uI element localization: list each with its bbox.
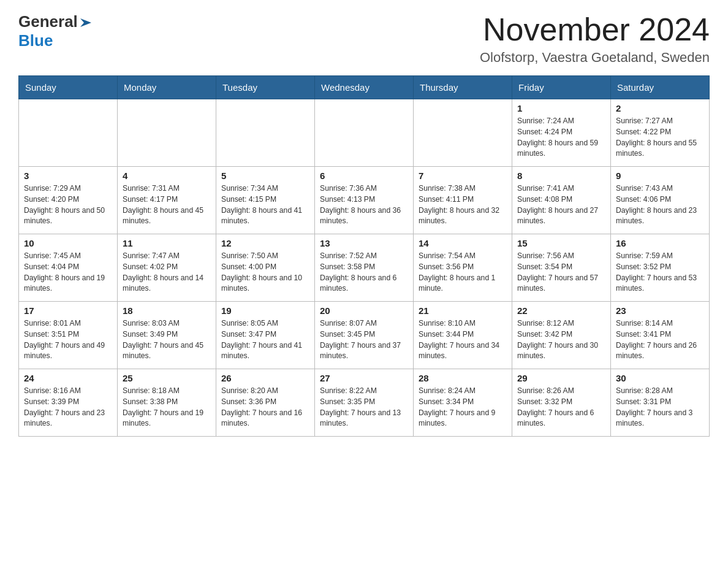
day-info: Sunrise: 7:47 AMSunset: 4:02 PMDaylight:… (123, 251, 211, 294)
day-info: Sunrise: 7:27 AMSunset: 4:22 PMDaylight:… (616, 116, 704, 159)
day-info: Sunrise: 7:41 AMSunset: 4:08 PMDaylight:… (517, 183, 605, 227)
day-number: 26 (221, 373, 309, 383)
calendar-cell (19, 99, 118, 167)
day-info: Sunrise: 7:36 AMSunset: 4:13 PMDaylight:… (320, 183, 408, 227)
day-number: 3 (24, 170, 112, 181)
calendar-cell: 1Sunrise: 7:24 AMSunset: 4:24 PMDaylight… (512, 99, 611, 167)
calendar-cell: 12Sunrise: 7:50 AMSunset: 4:00 PMDayligh… (216, 234, 315, 302)
day-number: 19 (221, 305, 309, 316)
day-info: Sunrise: 8:24 AMSunset: 3:34 PMDaylight:… (419, 386, 507, 429)
calendar-cell: 22Sunrise: 8:12 AMSunset: 3:42 PMDayligh… (512, 302, 611, 369)
day-info: Sunrise: 7:38 AMSunset: 4:11 PMDaylight:… (419, 183, 507, 227)
calendar-table: SundayMondayTuesdayWednesdayThursdayFrid… (18, 75, 710, 437)
calendar-week-row: 24Sunrise: 8:16 AMSunset: 3:39 PMDayligh… (19, 369, 710, 437)
day-number: 10 (24, 238, 112, 248)
day-number: 23 (616, 305, 704, 316)
svg-marker-0 (80, 18, 91, 27)
calendar-cell: 15Sunrise: 7:56 AMSunset: 3:54 PMDayligh… (512, 234, 611, 302)
day-of-week-header: Sunday (19, 76, 118, 99)
calendar-header: SundayMondayTuesdayWednesdayThursdayFrid… (19, 76, 710, 99)
calendar-cell: 7Sunrise: 7:38 AMSunset: 4:11 PMDaylight… (414, 167, 512, 234)
calendar-cell: 3Sunrise: 7:29 AMSunset: 4:20 PMDaylight… (19, 167, 118, 234)
calendar-cell: 20Sunrise: 8:07 AMSunset: 3:45 PMDayligh… (315, 302, 414, 369)
day-info: Sunrise: 7:31 AMSunset: 4:17 PMDaylight:… (123, 183, 211, 227)
calendar-cell: 30Sunrise: 8:28 AMSunset: 3:31 PMDayligh… (611, 369, 710, 437)
day-number: 4 (123, 170, 211, 181)
calendar-cell (216, 99, 315, 167)
calendar-cell: 9Sunrise: 7:43 AMSunset: 4:06 PMDaylight… (611, 167, 710, 234)
day-info: Sunrise: 8:26 AMSunset: 3:32 PMDaylight:… (517, 386, 605, 429)
day-info: Sunrise: 8:12 AMSunset: 3:42 PMDaylight:… (517, 318, 605, 362)
calendar-cell: 23Sunrise: 8:14 AMSunset: 3:41 PMDayligh… (611, 302, 710, 369)
day-number: 29 (517, 373, 605, 383)
calendar-cell: 27Sunrise: 8:22 AMSunset: 3:35 PMDayligh… (315, 369, 414, 437)
day-info: Sunrise: 7:50 AMSunset: 4:00 PMDaylight:… (221, 251, 309, 294)
calendar-cell (414, 99, 512, 167)
calendar-cell: 11Sunrise: 7:47 AMSunset: 4:02 PMDayligh… (118, 234, 216, 302)
calendar-cell: 8Sunrise: 7:41 AMSunset: 4:08 PMDaylight… (512, 167, 611, 234)
day-number: 8 (517, 170, 605, 181)
day-info: Sunrise: 8:16 AMSunset: 3:39 PMDaylight:… (24, 386, 112, 429)
calendar-cell: 18Sunrise: 8:03 AMSunset: 3:49 PMDayligh… (118, 302, 216, 369)
calendar-cell: 24Sunrise: 8:16 AMSunset: 3:39 PMDayligh… (19, 369, 118, 437)
page-subtitle: Olofstorp, Vaestra Goetaland, Sweden (480, 50, 710, 66)
day-of-week-header: Tuesday (216, 76, 315, 99)
day-info: Sunrise: 8:10 AMSunset: 3:44 PMDaylight:… (419, 318, 507, 362)
calendar-cell: 26Sunrise: 8:20 AMSunset: 3:36 PMDayligh… (216, 369, 315, 437)
day-number: 30 (616, 373, 704, 383)
day-number: 6 (320, 170, 408, 181)
calendar-cell: 29Sunrise: 8:26 AMSunset: 3:32 PMDayligh… (512, 369, 611, 437)
day-number: 22 (517, 305, 605, 316)
calendar-cell: 4Sunrise: 7:31 AMSunset: 4:17 PMDaylight… (118, 167, 216, 234)
logo-text-general: General (18, 12, 78, 31)
title-area: November 2024 Olofstorp, Vaestra Goetala… (480, 12, 710, 66)
calendar-week-row: 17Sunrise: 8:01 AMSunset: 3:51 PMDayligh… (19, 302, 710, 369)
day-info: Sunrise: 8:01 AMSunset: 3:51 PMDaylight:… (24, 318, 112, 362)
calendar-cell: 10Sunrise: 7:45 AMSunset: 4:04 PMDayligh… (19, 234, 118, 302)
day-number: 18 (123, 305, 211, 316)
calendar-cell: 25Sunrise: 8:18 AMSunset: 3:38 PMDayligh… (118, 369, 216, 437)
day-info: Sunrise: 8:22 AMSunset: 3:35 PMDaylight:… (320, 386, 408, 429)
day-info: Sunrise: 7:52 AMSunset: 3:58 PMDaylight:… (320, 251, 408, 294)
calendar-cell: 14Sunrise: 7:54 AMSunset: 3:56 PMDayligh… (414, 234, 512, 302)
day-number: 27 (320, 373, 408, 383)
calendar-cell: 16Sunrise: 7:59 AMSunset: 3:52 PMDayligh… (611, 234, 710, 302)
day-info: Sunrise: 8:28 AMSunset: 3:31 PMDaylight:… (616, 386, 704, 429)
day-number: 28 (419, 373, 507, 383)
day-of-week-header: Saturday (611, 76, 710, 99)
calendar-cell: 6Sunrise: 7:36 AMSunset: 4:13 PMDaylight… (315, 167, 414, 234)
calendar-week-row: 1Sunrise: 7:24 AMSunset: 4:24 PMDaylight… (19, 99, 710, 167)
day-number: 21 (419, 305, 507, 316)
day-of-week-header: Wednesday (315, 76, 414, 99)
day-number: 13 (320, 238, 408, 248)
day-number: 15 (517, 238, 605, 248)
day-info: Sunrise: 7:34 AMSunset: 4:15 PMDaylight:… (221, 183, 309, 227)
calendar-body: 1Sunrise: 7:24 AMSunset: 4:24 PMDaylight… (19, 99, 710, 437)
day-number: 9 (616, 170, 704, 181)
day-of-week-header: Friday (512, 76, 611, 99)
day-info: Sunrise: 8:18 AMSunset: 3:38 PMDaylight:… (123, 386, 211, 429)
day-number: 16 (616, 238, 704, 248)
day-number: 17 (24, 305, 112, 316)
calendar-cell: 17Sunrise: 8:01 AMSunset: 3:51 PMDayligh… (19, 302, 118, 369)
day-info: Sunrise: 7:54 AMSunset: 3:56 PMDaylight:… (419, 251, 507, 294)
day-number: 25 (123, 373, 211, 383)
logo: General Blue (18, 12, 93, 50)
page-title: November 2024 (480, 12, 710, 47)
day-info: Sunrise: 7:29 AMSunset: 4:20 PMDaylight:… (24, 183, 112, 227)
day-of-week-header: Monday (118, 76, 216, 99)
page-header: General Blue November 2024 Olofstorp, Va… (18, 12, 710, 66)
day-number: 2 (616, 103, 704, 113)
day-number: 14 (419, 238, 507, 248)
day-number: 24 (24, 373, 112, 383)
day-info: Sunrise: 8:05 AMSunset: 3:47 PMDaylight:… (221, 318, 309, 362)
day-number: 11 (123, 238, 211, 248)
calendar-cell: 5Sunrise: 7:34 AMSunset: 4:15 PMDaylight… (216, 167, 315, 234)
day-info: Sunrise: 7:56 AMSunset: 3:54 PMDaylight:… (517, 251, 605, 294)
day-info: Sunrise: 8:14 AMSunset: 3:41 PMDaylight:… (616, 318, 704, 362)
day-number: 20 (320, 305, 408, 316)
day-number: 1 (517, 103, 605, 113)
calendar-cell: 21Sunrise: 8:10 AMSunset: 3:44 PMDayligh… (414, 302, 512, 369)
calendar-cell (118, 99, 216, 167)
calendar-cell (315, 99, 414, 167)
